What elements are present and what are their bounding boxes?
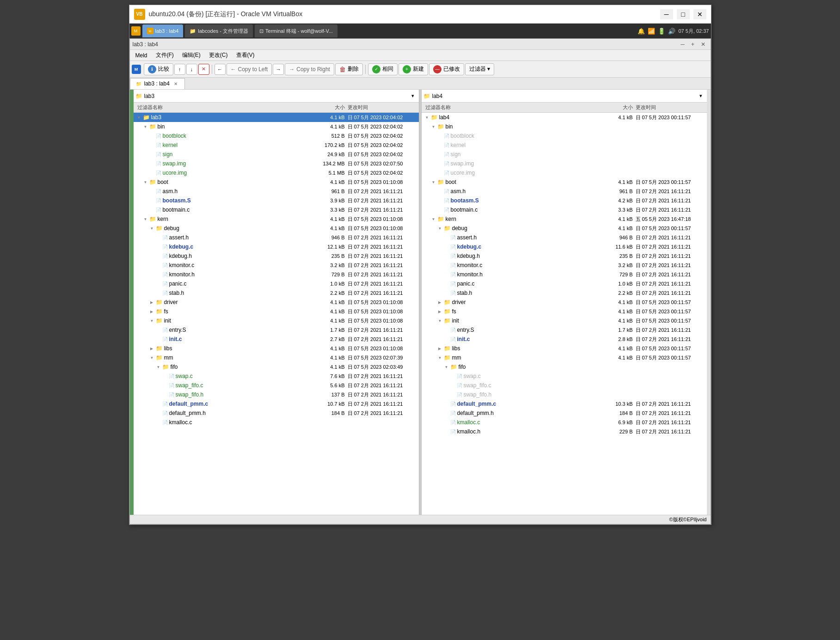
file-row[interactable]: ▼📁mm4.1 kB日 07 5月 2023 00:11:57: [422, 353, 707, 362]
menu-changes[interactable]: 更改(C): [205, 50, 232, 60]
file-row[interactable]: 📄sign24.9 kB日 07 5月 2023 02:04:02: [134, 150, 419, 159]
file-row[interactable]: 📄kmonitor.h729 B日 07 2月 2021 16:11:21: [134, 270, 419, 279]
file-row[interactable]: 📄entry.S1.7 kB日 07 2月 2021 16:11:21: [134, 325, 419, 335]
tab-close-button[interactable]: ✕: [172, 80, 179, 87]
file-row[interactable]: ▼📁boot4.1 kB日 07 5月 2023 00:11:57: [422, 177, 707, 187]
file-row[interactable]: 📄ucore.img5.1 MB日 07 5月 2023 02:04:02: [134, 168, 419, 177]
folder-expand-arrow[interactable]: ▶: [438, 300, 443, 305]
file-row[interactable]: ▼📁mm4.1 kB日 07 5月 2023 02:07:39: [134, 353, 419, 362]
file-row[interactable]: 📄kmonitor.c3.2 kB日 07 2月 2021 16:11:21: [134, 261, 419, 270]
file-row[interactable]: 📄swap_fifo.h137 B日 07 2月 2021 16:11:21: [134, 390, 419, 399]
app-minimize-btn[interactable]: ─: [678, 41, 687, 48]
folder-expand-arrow[interactable]: ▶: [438, 310, 443, 314]
file-row[interactable]: ▼📁bin4.1 kB日 07 5月 2023 02:04:02: [134, 122, 419, 131]
menu-view[interactable]: 查看(V): [233, 50, 258, 60]
file-row[interactable]: 📄assert.h946 B日 07 2月 2021 16:11:21: [134, 233, 419, 242]
folder-expand-arrow[interactable]: ▼: [438, 319, 443, 323]
file-row[interactable]: ▼📁init4.1 kB日 07 5月 2023 01:10:08: [134, 316, 419, 325]
folder-expand-arrow[interactable]: ▼: [144, 125, 148, 129]
menu-edit[interactable]: 编辑(E): [178, 50, 204, 60]
maximize-button[interactable]: □: [677, 9, 690, 19]
file-row[interactable]: 📄kmalloc.c6.9 kB日 07 2月 2021 16:11:21: [422, 418, 707, 427]
next-change-button[interactable]: ↓: [186, 64, 197, 75]
file-row[interactable]: 📄kdebug.h235 B日 07 2月 2021 16:11:21: [134, 251, 419, 261]
file-row[interactable]: 📄init.c2.8 kB日 07 2月 2021 16:11:21: [422, 335, 707, 344]
back-button[interactable]: ←: [215, 64, 226, 75]
folder-expand-arrow[interactable]: ▶: [150, 347, 155, 351]
folder-expand-arrow[interactable]: ▼: [432, 217, 436, 221]
file-row[interactable]: 📄swap.img: [422, 159, 707, 168]
file-row[interactable]: ▶📁libs4.1 kB日 07 5月 2023 00:11:57: [422, 344, 707, 353]
file-row[interactable]: ▼📁init4.1 kB日 07 5月 2023 00:11:57: [422, 316, 707, 325]
right-path-input[interactable]: [432, 93, 697, 99]
file-row[interactable]: 📄swap.c7.6 kB日 07 2月 2021 16:11:21: [134, 372, 419, 381]
same-button[interactable]: ✓ 相同: [368, 63, 398, 75]
file-row[interactable]: ▶📁fs4.1 kB日 07 5月 2023 00:11:57: [422, 307, 707, 316]
new-button[interactable]: + 新建: [399, 63, 428, 75]
right-path-dropdown[interactable]: ▾: [697, 92, 705, 100]
close-button[interactable]: ✕: [693, 9, 706, 19]
file-row[interactable]: 📄default_pmm.c10.7 kB日 07 2月 2021 16:11:…: [134, 399, 419, 408]
prev-change-button[interactable]: ↑: [174, 64, 185, 75]
file-row[interactable]: ▼📁kern4.1 kB五 05 5月 2023 16:47:18: [422, 214, 707, 224]
file-row[interactable]: 📄kmalloc.c: [134, 418, 419, 427]
file-row[interactable]: 📄swap_fifo.h: [422, 390, 707, 399]
folder-expand-arrow[interactable]: ▼: [438, 356, 443, 360]
folder-expand-arrow[interactable]: ▼: [150, 319, 155, 323]
file-row[interactable]: 📄swap_fifo.c5.6 kB日 07 2月 2021 16:11:21: [134, 381, 419, 390]
file-row[interactable]: ▶📁fs4.1 kB日 07 5月 2023 01:10:08: [134, 307, 419, 316]
file-row[interactable]: 📄kdebug.c11.6 kB日 07 2月 2021 16:11:21: [422, 242, 707, 251]
file-row[interactable]: 📄bootmain.c3.3 kB日 07 2月 2021 16:11:21: [134, 205, 419, 214]
taskbar-tab-files[interactable]: 📁 labcodes - 文件管理器: [185, 24, 253, 37]
minimize-button[interactable]: ─: [660, 9, 673, 19]
file-row[interactable]: ▼📁debug4.1 kB日 07 5月 2023 00:11:57: [422, 224, 707, 233]
file-row[interactable]: 📄swap.c: [422, 372, 707, 381]
file-row[interactable]: 📄bootblock512 B日 07 5月 2023 02:04:02: [134, 131, 419, 140]
modified-button[interactable]: — 已修改: [429, 63, 464, 75]
copy-to-right-button[interactable]: → Copy to Right: [285, 63, 334, 75]
folder-expand-arrow[interactable]: ▼: [157, 365, 161, 369]
folder-expand-arrow[interactable]: ▼: [445, 365, 449, 369]
folder-expand-arrow[interactable]: ▶: [438, 347, 443, 351]
taskbar-tab-lab3lab4[interactable]: M lab3 : lab4: [142, 24, 184, 37]
file-row[interactable]: 📄sign: [422, 150, 707, 159]
file-row[interactable]: 📄swap_fifo.c: [422, 381, 707, 390]
file-row[interactable]: 📄default_pmm.h184 B日 07 2月 2021 16:11:21: [134, 408, 419, 418]
file-row[interactable]: 📄default_pmm.h184 B日 07 2月 2021 16:11:21: [422, 408, 707, 418]
app-close-btn[interactable]: ✕: [699, 41, 708, 48]
filter-button[interactable]: 过滤器 ▾: [465, 63, 494, 75]
file-row[interactable]: ▼📁fifo4.1 kB日 07 5月 2023 02:03:49: [134, 362, 419, 372]
file-row[interactable]: ▶📁driver4.1 kB日 07 5月 2023 00:11:57: [422, 298, 707, 307]
file-row[interactable]: 📄kmonitor.c3.2 kB日 07 2月 2021 16:11:21: [422, 261, 707, 270]
delete-button[interactable]: 🗑 删除: [335, 63, 363, 75]
left-path-input[interactable]: [144, 93, 409, 99]
folder-expand-arrow[interactable]: ▼: [432, 125, 436, 129]
file-row[interactable]: 📄bootmain.c3.3 kB日 07 2月 2021 16:11:21: [422, 205, 707, 214]
folder-expand-arrow[interactable]: ▼: [438, 226, 443, 231]
file-row[interactable]: 📄default_pmm.c10.3 kB日 07 2月 2021 16:11:…: [422, 399, 707, 408]
file-row[interactable]: 📄kernel: [422, 140, 707, 150]
file-row[interactable]: 📄asm.h961 B日 07 2月 2021 16:11:21: [422, 187, 707, 196]
file-row[interactable]: 📄init.c2.7 kB日 07 2月 2021 16:11:21: [134, 335, 419, 344]
file-row[interactable]: 📄stab.h2.2 kB日 07 2月 2021 16:11:21: [422, 288, 707, 298]
file-row[interactable]: 📄assert.h946 B日 07 2月 2021 16:11:21: [422, 233, 707, 242]
file-row[interactable]: ▶📁libs4.1 kB日 07 5月 2023 01:10:08: [134, 344, 419, 353]
file-row[interactable]: ▼📁kern4.1 kB日 07 5月 2023 01:10:08: [134, 214, 419, 224]
right-scrollbar[interactable]: [707, 90, 711, 515]
file-row[interactable]: 📄bootasm.S3.9 kB日 07 2月 2021 16:11:21: [134, 196, 419, 205]
file-row[interactable]: 📄kmalloc.h229 B日 07 2月 2021 16:11:21: [422, 427, 707, 436]
file-row[interactable]: ▼📁lab44.1 kB日 07 5月 2023 00:11:57: [422, 113, 707, 122]
folder-expand-arrow[interactable]: ▼: [425, 116, 430, 120]
folder-expand-arrow[interactable]: ▶: [150, 310, 155, 314]
file-row[interactable]: ▼📁fifo: [422, 362, 707, 372]
file-row[interactable]: ▼📁debug4.1 kB日 07 5月 2023 01:10:08: [134, 224, 419, 233]
file-row[interactable]: 📄panic.c1.0 kB日 07 2月 2021 16:11:21: [134, 279, 419, 288]
file-row[interactable]: ▼📁lab34.1 kB日 07 5月 2023 02:04:02: [134, 113, 419, 122]
menu-meld[interactable]: Meld: [132, 51, 151, 60]
file-row[interactable]: ▼📁bin: [422, 122, 707, 131]
forward-button[interactable]: →: [273, 64, 284, 75]
folder-expand-arrow[interactable]: ▼: [144, 217, 148, 221]
file-row[interactable]: 📄kmonitor.h729 B日 07 2月 2021 16:11:21: [422, 270, 707, 279]
stop-button[interactable]: ✕: [198, 64, 209, 75]
app-maximize-btn[interactable]: +: [688, 41, 698, 48]
